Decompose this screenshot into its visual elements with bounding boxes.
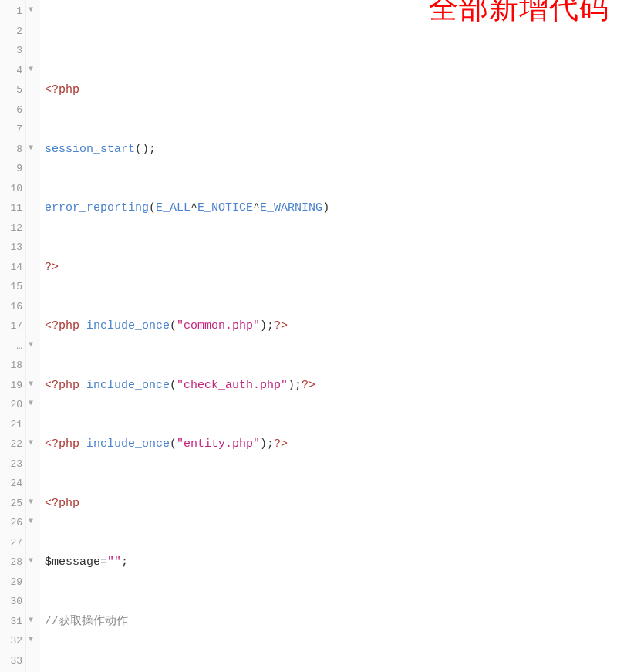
code-line: <?php include_once("entity.php");?>	[45, 434, 614, 454]
fold-mark[interactable]: ▼	[26, 0, 40, 20]
line-number: 29	[2, 572, 22, 593]
fold-mark	[26, 453, 40, 473]
line-number: 5	[2, 80, 22, 100]
fold-mark[interactable]: ▼	[26, 59, 40, 79]
line-number: 25	[2, 494, 22, 514]
fold-mark[interactable]: ▼	[26, 138, 40, 158]
line-number: 9	[2, 159, 22, 179]
fold-mark	[26, 354, 40, 374]
line-number: 17	[2, 316, 22, 336]
fold-mark	[26, 157, 40, 177]
fold-mark	[26, 590, 40, 610]
fold-mark	[26, 217, 40, 237]
fold-mark	[26, 414, 40, 434]
fold-mark	[26, 99, 40, 119]
line-number: 4	[2, 61, 22, 81]
fold-mark[interactable]: ▼	[26, 374, 40, 394]
fold-mark	[26, 571, 40, 591]
line-number: 15	[2, 277, 22, 297]
line-number: 2	[2, 22, 22, 42]
line-number: 32	[2, 631, 22, 651]
line-number: 22	[2, 434, 22, 454]
line-number: 12	[2, 218, 22, 238]
line-number: 11	[2, 198, 22, 218]
watermark-label: 全部新增代码	[429, 0, 609, 19]
code-line: <?php	[45, 80, 614, 100]
fold-gutter: ▼▼▼▼▼▼▼▼▼▼▼▼	[26, 0, 40, 672]
fold-mark	[26, 295, 40, 316]
fold-mark	[26, 39, 40, 59]
line-number: 23	[2, 454, 22, 474]
fold-mark	[26, 650, 40, 670]
code-line: <?php include_once("common.php");?>	[45, 316, 614, 336]
fold-mark	[26, 236, 40, 256]
fold-mark	[26, 118, 40, 138]
fold-mark	[26, 532, 40, 552]
code-line: error_reporting(E_ALL^E_NOTICE^E_WARNING…	[45, 198, 614, 218]
fold-mark[interactable]: ▼	[26, 433, 40, 453]
code-line: <?php	[45, 494, 614, 514]
fold-mark[interactable]: ▼	[26, 492, 40, 512]
code-line: //获取操作动作	[45, 612, 614, 632]
line-number: 31	[2, 612, 22, 632]
line-number: 24	[2, 474, 22, 494]
fold-mark	[26, 79, 40, 99]
line-number-gutter: 1234567891011121314151617…18192021222324…	[0, 0, 26, 672]
code-line: $message="";	[45, 552, 614, 572]
line-number: 7	[2, 120, 22, 140]
line-number: 16	[2, 297, 22, 317]
code-editor: 1234567891011121314151617…18192021222324…	[0, 0, 617, 672]
fold-mark[interactable]: ▼	[26, 610, 40, 630]
line-number: 33	[2, 651, 22, 671]
fold-mark[interactable]: ▼	[26, 551, 40, 571]
line-number: 3	[2, 41, 22, 61]
line-number: 21	[2, 415, 22, 435]
line-number: 26	[2, 513, 22, 533]
fold-mark	[26, 197, 40, 217]
line-number: …	[2, 336, 22, 356]
line-number: 8	[2, 140, 22, 160]
fold-mark[interactable]: ▼	[26, 512, 40, 532]
code-line: session_start();	[45, 140, 614, 160]
line-number: 30	[2, 592, 22, 612]
line-number: 19	[2, 376, 22, 396]
fold-mark	[26, 669, 40, 672]
fold-mark	[26, 20, 40, 40]
line-number: 6	[2, 100, 22, 120]
fold-mark	[26, 256, 40, 276]
fold-mark	[26, 472, 40, 492]
line-number: 27	[2, 533, 22, 553]
line-number: 14	[2, 258, 22, 278]
line-number: 1	[2, 2, 22, 22]
fold-mark[interactable]: ▼	[26, 335, 40, 355]
line-number: 20	[2, 395, 22, 415]
code-area[interactable]: 全部新增代码 <?php session_start(); error_repo…	[40, 0, 617, 672]
fold-mark	[26, 275, 40, 295]
line-number: 18	[2, 356, 22, 376]
line-number: 10	[2, 179, 22, 199]
fold-mark[interactable]: ▼	[26, 393, 40, 414]
code-line: ?>	[45, 258, 614, 278]
fold-mark[interactable]: ▼	[26, 630, 40, 650]
fold-mark	[26, 177, 40, 198]
fold-mark	[26, 315, 40, 335]
line-number: 28	[2, 552, 22, 572]
line-number: 13	[2, 238, 22, 258]
code-line: <?php include_once("check_auth.php");?>	[45, 376, 614, 396]
